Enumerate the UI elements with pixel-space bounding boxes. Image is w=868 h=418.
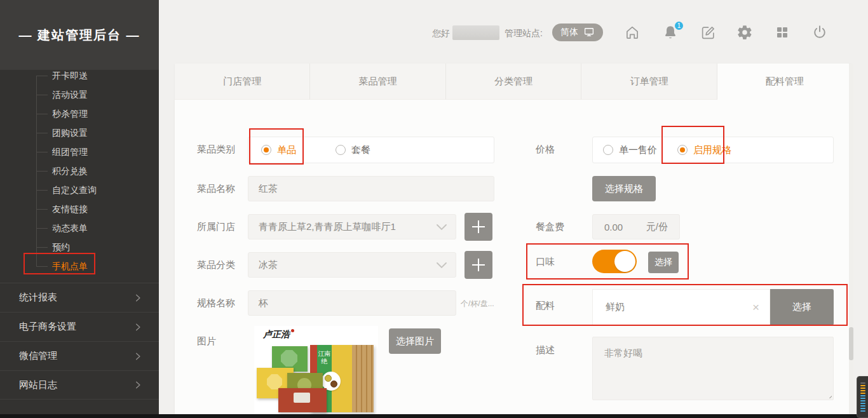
radio-enable-spec[interactable] xyxy=(677,145,688,155)
radio-single-price[interactable] xyxy=(603,145,613,155)
gear-icon[interactable] xyxy=(736,24,754,41)
dish-name-label: 菜品名称 xyxy=(197,183,235,195)
section-label: 微信管理 xyxy=(19,350,133,362)
home-icon[interactable] xyxy=(623,24,641,41)
greeting-text: 您好 xyxy=(432,28,450,39)
tea-box-red xyxy=(278,388,327,412)
scrollbar-track[interactable] xyxy=(849,64,853,418)
ingredient-label: 配料 xyxy=(536,300,555,312)
sidebar-item-dynamic-forms[interactable]: 动态表单 xyxy=(0,219,159,238)
monitor-icon xyxy=(583,26,595,39)
box-fee-label: 餐盒费 xyxy=(536,221,564,233)
recorder-level-stripe xyxy=(860,398,865,399)
ingredient-input[interactable]: 鲜奶 × xyxy=(592,289,770,325)
pick-image-button[interactable]: 选择图片 xyxy=(389,328,441,354)
tab-dish-management[interactable]: 菜品管理 xyxy=(310,64,445,100)
language-pill-button[interactable]: 简体 xyxy=(552,24,603,41)
section-label: 统计报表 xyxy=(19,292,133,304)
sidebar: — 建站管理后台 — 开卡即送 活动设置 秒杀管理 团购设置 组团管理 积分兑换… xyxy=(0,0,159,418)
section-label: 网站日志 xyxy=(19,379,133,391)
flavor-toggle[interactable] xyxy=(592,250,637,273)
dish-name-value: 红茶 xyxy=(259,183,278,195)
box-fee-unit: 元/份 xyxy=(646,221,668,233)
radio-single-price-label[interactable]: 单一售价 xyxy=(619,144,657,156)
scrollbar-thumb[interactable] xyxy=(849,327,853,360)
chevron-right-icon xyxy=(133,293,142,302)
apps-icon[interactable] xyxy=(773,24,791,41)
spec-name-label: 规格名称 xyxy=(197,297,235,309)
dish-image: 卢正浩 江南 绝 xyxy=(254,326,378,415)
sidebar-item-seckill-management[interactable]: 秒杀管理 xyxy=(0,104,159,123)
edit-icon[interactable] xyxy=(699,24,717,41)
sidebar-item-group-management[interactable]: 组团管理 xyxy=(0,142,159,161)
radio-single-item[interactable] xyxy=(261,145,271,155)
sidebar-item-open-card-gift[interactable]: 开卡即送 xyxy=(0,66,159,85)
box-fee-input[interactable]: 0.00 元/份 xyxy=(592,214,680,239)
chevron-right-icon xyxy=(133,381,142,389)
sidebar-item-points-exchange[interactable]: 积分兑换 xyxy=(0,161,159,180)
recorder-level-stripe xyxy=(860,408,865,409)
sidebar-item-mobile-ordering[interactable]: 手机点单 xyxy=(0,257,159,276)
box-text-jue: 绝 xyxy=(317,358,332,365)
store-select[interactable]: 青青原上草2,青青原上草咖啡厅1 xyxy=(248,214,456,239)
spec-name-input[interactable]: 杯 xyxy=(248,290,456,316)
flavor-select-button[interactable]: 选择 xyxy=(648,252,679,273)
chevron-down-icon xyxy=(437,260,447,271)
store-label: 所属门店 xyxy=(197,221,235,233)
sidebar-section-wechat-management[interactable]: 微信管理 xyxy=(0,341,159,370)
box-fee-value: 0.00 xyxy=(604,222,623,233)
tab-store-management[interactable]: 门店管理 xyxy=(175,64,310,100)
radio-enable-spec-label[interactable]: 启用规格 xyxy=(693,144,731,156)
recorder-widget[interactable] xyxy=(857,376,868,418)
recorder-level-stripe xyxy=(860,390,865,391)
add-store-button[interactable] xyxy=(465,213,492,241)
tab-ingredient-management[interactable]: 配料管理 xyxy=(717,64,852,100)
image-label: 图片 xyxy=(197,335,216,347)
sidebar-submenu: 开卡即送 活动设置 秒杀管理 团购设置 组团管理 积分兑换 自定义查询 友情链接… xyxy=(0,66,159,276)
chevron-down-icon xyxy=(437,222,447,233)
description-textarea[interactable]: 非常好喝 xyxy=(592,337,834,400)
category-select[interactable]: 冰茶 xyxy=(248,252,456,278)
radio-single-item-label[interactable]: 单品 xyxy=(277,144,296,156)
recorder-level-stripe xyxy=(860,405,865,407)
sidebar-item-custom-query[interactable]: 自定义查询 xyxy=(0,180,159,199)
sidebar-sections: 统计报表 电子商务设置 微信管理 网站日志 xyxy=(0,283,159,400)
recorder-level-stripe xyxy=(860,410,865,412)
store-select-value: 青青原上草2,青青原上草咖啡厅1 xyxy=(259,221,396,233)
radio-set-meal[interactable] xyxy=(336,145,346,155)
tab-bar: 门店管理 菜品管理 分类管理 订单管理 配料管理 xyxy=(175,64,852,100)
sidebar-item-reservation[interactable]: 预约 xyxy=(0,238,159,257)
power-icon[interactable] xyxy=(811,24,829,41)
category-select-value: 冰茶 xyxy=(259,259,278,271)
recorder-level-stripe xyxy=(860,400,865,401)
radio-set-meal-label[interactable]: 套餐 xyxy=(351,144,370,156)
price-radio-group: 单一售价 启用规格 xyxy=(592,137,834,163)
description-value: 非常好喝 xyxy=(604,347,642,358)
recorder-level-stripe xyxy=(860,395,865,396)
bottom-edge-strip xyxy=(0,414,868,418)
chevron-right-icon xyxy=(133,352,142,361)
recorder-level-stripe xyxy=(860,382,865,384)
add-category-button[interactable] xyxy=(465,251,492,279)
ingredient-select-button[interactable]: 选择 xyxy=(770,289,834,325)
sidebar-item-activity-settings[interactable]: 活动设置 xyxy=(0,85,159,104)
sidebar-item-groupbuy-settings[interactable]: 团购设置 xyxy=(0,123,159,142)
sidebar-section-website-logs[interactable]: 网站日志 xyxy=(0,370,159,400)
select-spec-button[interactable]: 选择规格 xyxy=(592,176,656,201)
sidebar-section-statistics-report[interactable]: 统计报表 xyxy=(0,283,159,312)
recorder-level-stripe xyxy=(860,385,865,386)
tab-order-management[interactable]: 订单管理 xyxy=(581,64,717,100)
spec-name-hint: 个/杯/盘... xyxy=(461,299,494,309)
sidebar-item-friendly-links[interactable]: 友情链接 xyxy=(0,199,159,219)
section-label: 电子商务设置 xyxy=(19,321,133,333)
tab-category-management[interactable]: 分类管理 xyxy=(446,64,581,100)
spec-name-value: 杯 xyxy=(259,297,268,309)
brand-logo: 卢正浩 xyxy=(263,329,294,340)
clear-icon[interactable]: × xyxy=(752,300,759,314)
ingredient-value: 鲜奶 xyxy=(606,301,625,313)
app-logo: — 建站管理后台 — xyxy=(0,0,159,70)
sidebar-section-ecommerce-settings[interactable]: 电子商务设置 xyxy=(0,312,159,341)
dish-name-input[interactable]: 红茶 xyxy=(248,176,494,201)
chevron-right-icon xyxy=(133,323,142,332)
description-label: 描述 xyxy=(536,344,555,356)
